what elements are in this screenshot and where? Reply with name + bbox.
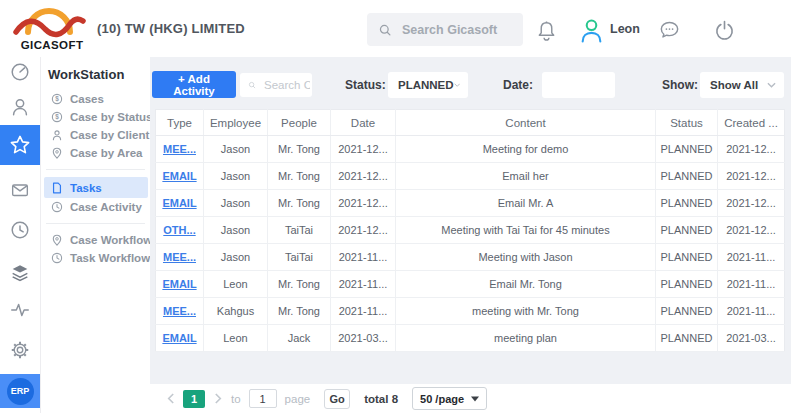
- sidebar-item-task-workflow[interactable]: Task Workflow: [41, 249, 150, 267]
- power-icon: [713, 19, 736, 42]
- cell-content: Meeting for demo: [396, 136, 656, 163]
- activity-type-link[interactable]: EMAIL: [162, 332, 196, 344]
- mail-icon[interactable]: [0, 177, 40, 203]
- chevron-down-icon: [454, 82, 460, 88]
- activity-type-link[interactable]: MEE...: [163, 251, 196, 263]
- table-row: EMAIL Leon Mr. Tong 2021-11... Email Mr.…: [156, 271, 785, 298]
- pagination-bar: 1 to page Go total 8 50 /page: [150, 384, 791, 413]
- activity-type-link[interactable]: EMAIL: [162, 170, 196, 182]
- cell-created: 2021-12...: [718, 136, 785, 163]
- cell-status: PLANNED: [656, 217, 718, 244]
- table-row: EMAIL Jason Mr. Tong 2021-12... Email Mr…: [156, 190, 785, 217]
- sidebar-item-case-activity[interactable]: Case Activity: [41, 198, 150, 216]
- cell-created: 2021-12...: [718, 217, 785, 244]
- cell-employee: Jason: [204, 163, 268, 190]
- cell-content: Email Mr. A: [396, 190, 656, 217]
- messages-button[interactable]: [656, 17, 683, 44]
- table-row: EMAIL Jason Mr. Tong 2021-12... Email he…: [156, 163, 785, 190]
- goto-page-input[interactable]: [249, 389, 277, 408]
- cell-date: 2021-12...: [331, 217, 396, 244]
- sidebar-item-case-by-area[interactable]: Case by Area: [41, 144, 150, 162]
- global-search[interactable]: [367, 13, 523, 46]
- notifications-button[interactable]: [533, 17, 559, 43]
- sidebar-divider: [46, 169, 145, 170]
- sidebar-title: WorkStation: [41, 65, 150, 90]
- dollar-circle-icon: $: [50, 93, 63, 105]
- activity-type-link[interactable]: EMAIL: [162, 278, 196, 290]
- show-filter-select[interactable]: Show All: [700, 72, 784, 98]
- settings-gear-icon[interactable]: [0, 337, 40, 363]
- chat-bubble-icon: [657, 18, 682, 43]
- workstation-sidebar: WorkStation $ Cases $ Case by Status Cas…: [41, 57, 150, 413]
- page-size-select[interactable]: 50 /page: [412, 387, 487, 410]
- col-status: Status: [656, 110, 718, 136]
- sidebar-item-case-by-status[interactable]: $ Case by Status: [41, 108, 150, 126]
- logout-button[interactable]: [711, 17, 737, 43]
- col-date: Date: [331, 110, 396, 136]
- person-icon: [50, 129, 63, 141]
- cell-date: 2021-12...: [331, 136, 396, 163]
- main-content: + Add Activity Status: PLANNED Date: Sho…: [150, 57, 791, 413]
- sidebar-item-label: Case Workflow: [70, 234, 152, 246]
- cell-people: Mr. Tong: [268, 163, 331, 190]
- activity-type-link[interactable]: EMAIL: [162, 197, 196, 209]
- cell-created: 2021-11...: [718, 298, 785, 325]
- erp-badge: ERP: [7, 378, 34, 405]
- cell-status: PLANNED: [656, 244, 718, 271]
- sidebar-item-label: Task Workflow: [70, 252, 150, 264]
- total-count: total 8: [364, 393, 398, 405]
- layers-icon[interactable]: [0, 260, 40, 286]
- prev-page-button[interactable]: [163, 391, 177, 407]
- cell-people: TaiTai: [268, 217, 331, 244]
- cell-date: 2021-11...: [331, 271, 396, 298]
- cell-employee: Jason: [204, 136, 268, 163]
- cell-employee: Jason: [204, 190, 268, 217]
- col-content: Content: [396, 110, 656, 136]
- status-filter-value: PLANNED: [398, 79, 454, 91]
- bell-icon: [535, 19, 558, 42]
- sidebar-item-label: Case by Area: [70, 147, 142, 159]
- table-row: MEE... Jason Mr. Tong 2021-12... Meeting…: [156, 136, 785, 163]
- sidebar-item-cases[interactable]: $ Cases: [41, 90, 150, 108]
- table-search-input[interactable]: [262, 78, 312, 92]
- cell-content: Meeting with Jason: [396, 244, 656, 271]
- add-activity-button[interactable]: + Add Activity: [152, 71, 236, 98]
- next-page-button[interactable]: [211, 391, 225, 407]
- location-pin-icon: [50, 147, 63, 159]
- page-size-value: 50 /page: [420, 393, 464, 405]
- activity-type-link[interactable]: OTH...: [163, 224, 195, 236]
- chevron-right-icon: [214, 392, 223, 405]
- global-search-input[interactable]: [400, 22, 514, 38]
- dollar-circle-icon: $: [50, 111, 63, 123]
- gicasoft-logo: GICASOFT: [12, 2, 92, 55]
- erp-button[interactable]: ERP: [0, 374, 40, 408]
- activity-type-link[interactable]: MEE...: [163, 305, 196, 317]
- activity-type-link[interactable]: MEE...: [163, 143, 196, 155]
- table-search[interactable]: [240, 73, 312, 97]
- sidebar-item-tasks[interactable]: Tasks: [44, 177, 148, 198]
- date-filter-input[interactable]: [542, 72, 615, 98]
- go-button[interactable]: Go: [324, 389, 350, 409]
- dashboard-icon[interactable]: [0, 59, 40, 85]
- cell-status: PLANNED: [656, 325, 718, 352]
- sidebar-item-label: Case by Client: [70, 129, 149, 141]
- user-name[interactable]: Leon: [610, 0, 640, 57]
- svg-text:$: $: [55, 95, 59, 103]
- cell-employee: Leon: [204, 325, 268, 352]
- clock-icon: [50, 252, 63, 264]
- current-page-button[interactable]: 1: [183, 390, 205, 408]
- sidebar-item-label: Cases: [70, 93, 104, 105]
- user-avatar[interactable]: [577, 16, 605, 44]
- col-employee: Employee: [204, 110, 268, 136]
- status-filter-select[interactable]: PLANNED: [388, 72, 468, 98]
- activity-pulse-icon[interactable]: [0, 297, 40, 323]
- sidebar-item-case-by-client[interactable]: Case by Client: [41, 126, 150, 144]
- cell-created: 2021-12...: [718, 163, 785, 190]
- col-people: People: [268, 110, 331, 136]
- sidebar-item-case-workflow[interactable]: Case Workflow: [41, 231, 150, 249]
- history-clock-icon[interactable]: [0, 217, 40, 243]
- clients-icon[interactable]: [0, 94, 40, 120]
- sidebar-item-label: Case by Status: [70, 111, 152, 123]
- cell-created: 2021-12...: [718, 190, 785, 217]
- favorites-icon-active[interactable]: [0, 125, 40, 165]
